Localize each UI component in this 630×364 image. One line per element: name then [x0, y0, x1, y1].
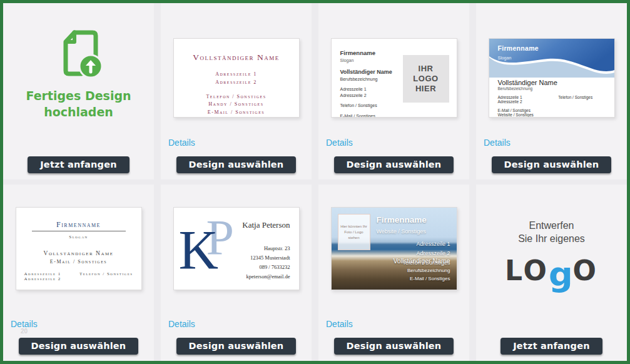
preview-address2: Adresszeile 2	[340, 93, 392, 99]
preview-address1: Adresszeile 1	[402, 240, 450, 249]
create-logo-card: Entwerfen Sie Ihr eigenes LOgO Jetzt anf…	[476, 185, 627, 361]
preview-address1: Adresszeile 1	[498, 95, 559, 99]
design-card-beach-photo: Hier könnten Ihr Foto / Logo stehen Firm…	[318, 185, 469, 361]
design-preview-blue-wave[interactable]: Firmenname Slogan Vollständiger Name Ber…	[489, 38, 615, 118]
preview-address1: Adresszeile 1	[24, 271, 61, 276]
logo-wordmark: LOgO	[505, 252, 598, 292]
photo-placeholder-box: Hier könnten Ihr Foto / Logo stehen	[338, 214, 370, 250]
preview-phone: Telefon / Sonstiges	[206, 93, 266, 101]
design-preview-elegant[interactable]: Firmenname Slogan Vollständiger Name E-M…	[16, 207, 142, 290]
preview-full-name: Katja Peterson	[242, 220, 290, 230]
preview-address1: Adresszeile 1	[215, 71, 257, 79]
details-link[interactable]: Details	[168, 319, 195, 329]
preview-phone: Telefon / Sonstiges	[340, 103, 392, 109]
logo-placeholder-line: IHR	[403, 64, 449, 74]
start-now-button[interactable]: Jetzt anfangen	[500, 338, 602, 355]
preview-email: kpeterson@email.de	[242, 272, 290, 281]
preview-slogan: Slogan	[340, 58, 392, 64]
preview-email: E-Mail / Sonstiges	[393, 275, 450, 283]
logo-placeholder-line: LOGO	[403, 74, 449, 84]
preview-company: Firmenname	[498, 44, 539, 52]
preview-city: 12345 Musterstadt	[242, 253, 290, 263]
preview-full-name: Vollständiger Name	[193, 53, 279, 63]
preview-address2: Adresszeile 2	[498, 99, 559, 104]
design-gallery: Fertiges Design hochladen Jetzt anfangen…	[0, 0, 630, 364]
details-link[interactable]: Details	[168, 138, 195, 148]
preview-slogan: Slogan	[498, 56, 512, 60]
design-card-elegant: 20 Firmenname Slogan Vollständiger Name …	[3, 185, 154, 361]
preview-company: Firmenname	[340, 49, 392, 58]
preview-mobile: Handy / Sonstiges	[208, 101, 263, 109]
design-preview-beach-photo[interactable]: Hier könnten Ihr Foto / Logo stehen Firm…	[331, 207, 457, 290]
design-card-classic: Vollständiger Name Adresszeile 1 Adressz…	[161, 3, 312, 179]
logo-letter: O	[524, 255, 549, 286]
preview-email: E-Mail / Sonstiges	[498, 108, 608, 113]
preview-email: E-Mail / Sonstiges	[208, 109, 265, 117]
preview-full-name: Vollständiger Name	[340, 68, 392, 76]
design-card-logo-placeholder: Firmenname Slogan Vollständiger Name Ber…	[318, 3, 469, 179]
preview-job-title: Berufsbezeichnung	[340, 76, 392, 83]
logo-placeholder-line: HIER	[403, 84, 449, 94]
choose-design-button[interactable]: Design auswählen	[334, 338, 454, 355]
preview-phone: Telefon / Sonstiges	[79, 271, 133, 281]
preview-phone: Telefon / Sonstiges	[558, 95, 592, 99]
watermark-20: 20	[21, 328, 28, 335]
choose-design-button[interactable]: Design auswählen	[176, 338, 297, 355]
upload-card-title: Fertiges Design hochladen	[23, 88, 135, 120]
design-preview-logo-placeholder[interactable]: Firmenname Slogan Vollständiger Name Ber…	[331, 38, 457, 118]
choose-design-button[interactable]: Design auswählen	[19, 338, 139, 355]
logo-card-line2: Sie Ihr eigenes	[505, 233, 598, 246]
preview-address2: Adresszeile 2	[215, 79, 257, 87]
preview-company: Firmenname	[32, 220, 126, 231]
preview-email: E-Mail / Sonstiges	[50, 259, 107, 265]
preview-email: E-Mail / Sonstiges	[340, 113, 392, 118]
preview-slogan: Slogan	[69, 235, 88, 240]
start-now-button[interactable]: Jetzt anfangen	[28, 156, 129, 173]
preview-website: Website / Sonstiges	[498, 113, 608, 117]
upload-design-card: Fertiges Design hochladen Jetzt anfangen	[3, 3, 154, 179]
preview-street: Hauptstr. 23	[242, 244, 290, 253]
logo-letter: L	[505, 255, 523, 286]
choose-design-button[interactable]: Design auswählen	[492, 156, 612, 173]
preview-website: Website / Sonstiges	[377, 228, 426, 235]
logo-letter: O	[573, 255, 598, 286]
preview-phone: 089 / 7633232	[242, 263, 290, 272]
logo-letter-g: g	[549, 255, 573, 294]
design-card-blue-wave: Firmenname Slogan Vollständiger Name Ber…	[476, 3, 627, 179]
preview-address2: Adresszeile 2	[24, 276, 61, 281]
logo-card-line1: Entwerfen	[505, 220, 598, 233]
preview-full-name: Vollständiger Name	[44, 250, 114, 256]
monogram-letter-front: K	[179, 223, 219, 278]
details-link[interactable]: Details	[326, 138, 353, 148]
design-preview-classic[interactable]: Vollständiger Name Adresszeile 1 Adressz…	[173, 38, 300, 118]
logo-placeholder-box: IHR LOGO HIER	[403, 55, 449, 103]
preview-address1: Adresszeile 1	[340, 86, 392, 93]
design-preview-monogram[interactable]: P K Katja Peterson Hauptstr. 23 12345 Mu…	[173, 207, 300, 290]
details-link[interactable]: Details	[484, 138, 511, 148]
preview-full-name: Vollständiger Name	[498, 79, 608, 86]
choose-design-button[interactable]: Design auswählen	[334, 156, 454, 173]
details-link[interactable]: Details	[326, 319, 353, 329]
preview-company: Firmenname	[377, 215, 427, 225]
preview-job-title: Berufsbezeichnung	[393, 267, 450, 275]
choose-design-button[interactable]: Design auswählen	[176, 156, 297, 173]
design-card-monogram: P K Katja Peterson Hauptstr. 23 12345 Mu…	[161, 185, 312, 361]
preview-job-title: Berufsbezeichnung	[498, 86, 608, 91]
upload-document-icon	[53, 27, 105, 82]
preview-full-name: Vollständiger Name	[393, 257, 450, 265]
